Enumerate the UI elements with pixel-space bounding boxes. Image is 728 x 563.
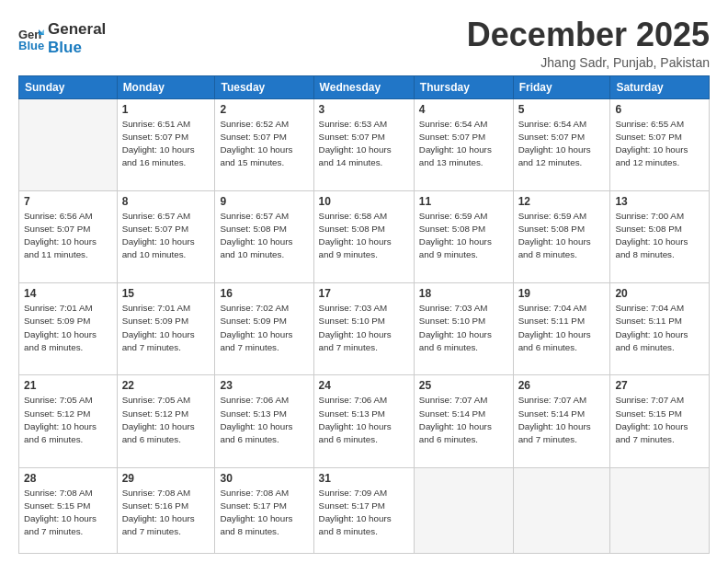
month-title: December 2025 xyxy=(467,17,710,53)
day-info: Sunrise: 7:06 AM Sunset: 5:13 PM Dayligh… xyxy=(220,394,308,446)
day-info: Sunrise: 7:04 AM Sunset: 5:11 PM Dayligh… xyxy=(518,302,606,354)
day-number: 3 xyxy=(319,103,409,116)
day-info: Sunrise: 6:59 AM Sunset: 5:08 PM Dayligh… xyxy=(518,210,606,262)
day-number: 14 xyxy=(24,287,112,300)
day-number: 24 xyxy=(319,379,409,392)
calendar-cell: 18Sunrise: 7:03 AM Sunset: 5:10 PM Dayli… xyxy=(414,283,513,375)
calendar-cell: 20Sunrise: 7:04 AM Sunset: 5:11 PM Dayli… xyxy=(610,283,710,375)
day-info: Sunrise: 6:57 AM Sunset: 5:08 PM Dayligh… xyxy=(220,210,308,262)
day-info: Sunrise: 7:05 AM Sunset: 5:12 PM Dayligh… xyxy=(24,394,112,446)
calendar-cell: 16Sunrise: 7:02 AM Sunset: 5:09 PM Dayli… xyxy=(215,283,313,375)
week-row-2: 7Sunrise: 6:56 AM Sunset: 5:07 PM Daylig… xyxy=(19,190,710,282)
calendar-cell: 14Sunrise: 7:01 AM Sunset: 5:09 PM Dayli… xyxy=(19,283,118,375)
calendar-cell: 9Sunrise: 6:57 AM Sunset: 5:08 PM Daylig… xyxy=(215,190,313,282)
day-info: Sunrise: 6:57 AM Sunset: 5:07 PM Dayligh… xyxy=(122,210,210,262)
calendar-cell: 3Sunrise: 6:53 AM Sunset: 5:07 PM Daylig… xyxy=(313,98,414,190)
calendar-cell: 30Sunrise: 7:08 AM Sunset: 5:17 PM Dayli… xyxy=(215,467,313,553)
weekday-header-saturday: Saturday xyxy=(610,75,710,98)
calendar-cell xyxy=(19,98,118,190)
day-number: 25 xyxy=(419,379,508,392)
weekday-header-friday: Friday xyxy=(513,75,610,98)
day-number: 7 xyxy=(24,195,112,208)
day-info: Sunrise: 7:02 AM Sunset: 5:09 PM Dayligh… xyxy=(220,302,308,354)
day-number: 6 xyxy=(615,103,704,116)
calendar-cell: 11Sunrise: 6:59 AM Sunset: 5:08 PM Dayli… xyxy=(414,190,513,282)
header: Gen Blue General Blue December 2025 Jhan… xyxy=(18,17,710,70)
calendar-cell: 1Sunrise: 6:51 AM Sunset: 5:07 PM Daylig… xyxy=(117,98,215,190)
day-info: Sunrise: 7:01 AM Sunset: 5:09 PM Dayligh… xyxy=(122,302,210,354)
day-number: 30 xyxy=(220,472,308,485)
day-info: Sunrise: 7:09 AM Sunset: 5:17 PM Dayligh… xyxy=(319,487,409,539)
day-number: 28 xyxy=(24,472,112,485)
day-info: Sunrise: 6:54 AM Sunset: 5:07 PM Dayligh… xyxy=(419,118,508,170)
day-info: Sunrise: 7:03 AM Sunset: 5:10 PM Dayligh… xyxy=(419,302,508,354)
logo-line2: Blue xyxy=(48,39,106,57)
weekday-header-tuesday: Tuesday xyxy=(215,75,313,98)
calendar-table: SundayMondayTuesdayWednesdayThursdayFrid… xyxy=(18,75,710,554)
day-info: Sunrise: 7:07 AM Sunset: 5:14 PM Dayligh… xyxy=(518,394,606,446)
day-number: 8 xyxy=(122,195,210,208)
calendar-cell: 17Sunrise: 7:03 AM Sunset: 5:10 PM Dayli… xyxy=(313,283,414,375)
calendar-cell: 31Sunrise: 7:09 AM Sunset: 5:17 PM Dayli… xyxy=(313,467,414,553)
logo-icon: Gen Blue xyxy=(18,26,44,52)
logo-line1: General xyxy=(48,20,106,39)
calendar-cell: 4Sunrise: 6:54 AM Sunset: 5:07 PM Daylig… xyxy=(414,98,513,190)
day-info: Sunrise: 6:58 AM Sunset: 5:08 PM Dayligh… xyxy=(319,210,409,262)
day-info: Sunrise: 7:08 AM Sunset: 5:17 PM Dayligh… xyxy=(220,487,308,539)
day-number: 16 xyxy=(220,287,308,300)
calendar-cell: 13Sunrise: 7:00 AM Sunset: 5:08 PM Dayli… xyxy=(610,190,710,282)
day-info: Sunrise: 6:52 AM Sunset: 5:07 PM Dayligh… xyxy=(220,118,308,170)
calendar-cell: 6Sunrise: 6:55 AM Sunset: 5:07 PM Daylig… xyxy=(610,98,710,190)
day-info: Sunrise: 6:54 AM Sunset: 5:07 PM Dayligh… xyxy=(518,118,606,170)
weekday-header-row: SundayMondayTuesdayWednesdayThursdayFrid… xyxy=(19,75,710,98)
day-info: Sunrise: 6:59 AM Sunset: 5:08 PM Dayligh… xyxy=(419,210,508,262)
calendar-cell: 19Sunrise: 7:04 AM Sunset: 5:11 PM Dayli… xyxy=(513,283,610,375)
day-info: Sunrise: 7:03 AM Sunset: 5:10 PM Dayligh… xyxy=(319,302,409,354)
calendar-cell: 10Sunrise: 6:58 AM Sunset: 5:08 PM Dayli… xyxy=(313,190,414,282)
weekday-header-sunday: Sunday xyxy=(19,75,118,98)
day-info: Sunrise: 7:08 AM Sunset: 5:16 PM Dayligh… xyxy=(122,487,210,539)
day-number: 29 xyxy=(122,472,210,485)
day-number: 19 xyxy=(518,287,606,300)
logo: Gen Blue General Blue xyxy=(18,20,106,56)
calendar-cell: 2Sunrise: 6:52 AM Sunset: 5:07 PM Daylig… xyxy=(215,98,313,190)
calendar-cell: 24Sunrise: 7:06 AM Sunset: 5:13 PM Dayli… xyxy=(313,375,414,467)
day-info: Sunrise: 6:56 AM Sunset: 5:07 PM Dayligh… xyxy=(24,210,112,262)
calendar-cell xyxy=(414,467,513,553)
week-row-4: 21Sunrise: 7:05 AM Sunset: 5:12 PM Dayli… xyxy=(19,375,710,467)
day-number: 27 xyxy=(615,379,704,392)
calendar-cell: 12Sunrise: 6:59 AM Sunset: 5:08 PM Dayli… xyxy=(513,190,610,282)
day-info: Sunrise: 6:53 AM Sunset: 5:07 PM Dayligh… xyxy=(319,118,409,170)
calendar-cell: 5Sunrise: 6:54 AM Sunset: 5:07 PM Daylig… xyxy=(513,98,610,190)
day-number: 2 xyxy=(220,103,308,116)
week-row-3: 14Sunrise: 7:01 AM Sunset: 5:09 PM Dayli… xyxy=(19,283,710,375)
day-number: 15 xyxy=(122,287,210,300)
day-info: Sunrise: 7:01 AM Sunset: 5:09 PM Dayligh… xyxy=(24,302,112,354)
title-block: December 2025 Jhang Sadr, Punjab, Pakist… xyxy=(467,17,710,70)
day-info: Sunrise: 7:00 AM Sunset: 5:08 PM Dayligh… xyxy=(615,210,704,262)
day-number: 26 xyxy=(518,379,606,392)
calendar-cell: 28Sunrise: 7:08 AM Sunset: 5:15 PM Dayli… xyxy=(19,467,118,553)
day-number: 23 xyxy=(220,379,308,392)
day-info: Sunrise: 7:06 AM Sunset: 5:13 PM Dayligh… xyxy=(319,394,409,446)
day-number: 4 xyxy=(419,103,508,116)
day-number: 9 xyxy=(220,195,308,208)
day-number: 21 xyxy=(24,379,112,392)
svg-text:Blue: Blue xyxy=(18,39,44,52)
day-info: Sunrise: 7:07 AM Sunset: 5:14 PM Dayligh… xyxy=(419,394,508,446)
calendar-cell: 27Sunrise: 7:07 AM Sunset: 5:15 PM Dayli… xyxy=(610,375,710,467)
day-info: Sunrise: 7:04 AM Sunset: 5:11 PM Dayligh… xyxy=(615,302,704,354)
day-number: 13 xyxy=(615,195,704,208)
calendar-cell: 8Sunrise: 6:57 AM Sunset: 5:07 PM Daylig… xyxy=(117,190,215,282)
day-info: Sunrise: 7:05 AM Sunset: 5:12 PM Dayligh… xyxy=(122,394,210,446)
day-number: 31 xyxy=(319,472,409,485)
day-info: Sunrise: 7:08 AM Sunset: 5:15 PM Dayligh… xyxy=(24,487,112,539)
calendar-cell: 21Sunrise: 7:05 AM Sunset: 5:12 PM Dayli… xyxy=(19,375,118,467)
calendar-cell: 26Sunrise: 7:07 AM Sunset: 5:14 PM Dayli… xyxy=(513,375,610,467)
week-row-5: 28Sunrise: 7:08 AM Sunset: 5:15 PM Dayli… xyxy=(19,467,710,553)
day-number: 17 xyxy=(319,287,409,300)
weekday-header-monday: Monday xyxy=(117,75,215,98)
calendar-cell: 22Sunrise: 7:05 AM Sunset: 5:12 PM Dayli… xyxy=(117,375,215,467)
day-number: 5 xyxy=(518,103,606,116)
calendar-cell: 25Sunrise: 7:07 AM Sunset: 5:14 PM Dayli… xyxy=(414,375,513,467)
